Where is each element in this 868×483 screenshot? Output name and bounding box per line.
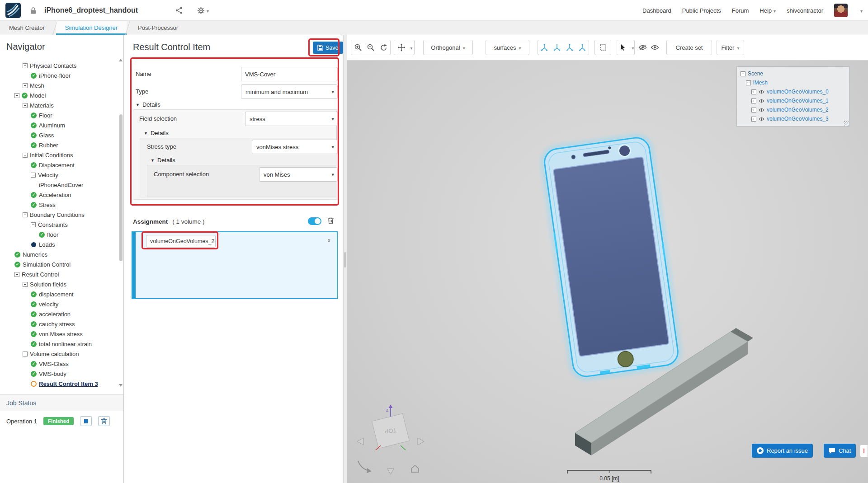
details-toggle-1[interactable]: ▼ Details bbox=[136, 101, 160, 108]
visibility-eye-icon[interactable] bbox=[759, 99, 764, 103]
tree-item[interactable]: VMS-body bbox=[0, 369, 117, 379]
type-select[interactable]: minimum and maximum bbox=[241, 84, 338, 99]
projection-select[interactable]: Orthogonal bbox=[423, 40, 473, 55]
collapse-icon[interactable] bbox=[746, 80, 751, 85]
collapse-icon[interactable] bbox=[14, 272, 19, 277]
collapse-icon[interactable] bbox=[23, 282, 28, 287]
scene-tree-mesh[interactable]: iMesh bbox=[737, 78, 849, 87]
assigned-volume-chip[interactable]: volumeOnGeoVolumes_2 bbox=[146, 235, 216, 248]
overlay-resize-handle[interactable] bbox=[844, 121, 849, 126]
assignment-toggle[interactable] bbox=[308, 217, 321, 225]
tree-item[interactable]: Physical Contacts bbox=[0, 61, 117, 70]
gizmo-face-label[interactable]: TOP bbox=[384, 427, 397, 435]
view-orientation-icon[interactable] bbox=[576, 41, 588, 54]
tree-item[interactable]: VMS-Glass bbox=[0, 359, 117, 369]
field-selection-select[interactable]: stress bbox=[245, 112, 338, 126]
collapse-icon[interactable] bbox=[31, 173, 36, 178]
app-logo[interactable] bbox=[5, 3, 21, 18]
collapse-icon[interactable] bbox=[23, 212, 28, 217]
zoom-out-icon[interactable] bbox=[365, 41, 377, 54]
collapse-icon[interactable] bbox=[14, 93, 19, 98]
rotate-left-arrow[interactable] bbox=[357, 438, 363, 445]
tab-post-processor[interactable]: Post-Processor bbox=[129, 21, 187, 35]
expand-icon[interactable] bbox=[751, 108, 756, 113]
tree-item[interactable]: Mesh bbox=[0, 80, 117, 90]
tree-item[interactable]: Constraints bbox=[0, 220, 117, 230]
visibility-eye-icon[interactable] bbox=[759, 90, 764, 94]
assignment-box[interactable]: volumeOnGeoVolumes_2 x bbox=[132, 231, 338, 299]
tree-item[interactable]: total nonlinear strain bbox=[0, 339, 117, 349]
scene-tree-volume[interactable]: volumeOnGeoVolumes_3 bbox=[737, 114, 849, 123]
tree-item[interactable]: acceleration bbox=[0, 309, 117, 319]
settings-gear-icon[interactable] bbox=[197, 6, 209, 14]
details-toggle-3[interactable]: ▼ Details bbox=[151, 157, 175, 164]
chevron-down-icon[interactable] bbox=[859, 7, 863, 14]
tree-item[interactable]: Glass bbox=[0, 130, 117, 140]
name-input[interactable] bbox=[241, 67, 338, 81]
view-orientation-icon[interactable] bbox=[564, 41, 576, 54]
pan-tool-button[interactable] bbox=[394, 40, 415, 55]
orientation-gizmo[interactable]: TOP z bbox=[357, 404, 424, 474]
hide-selected-icon[interactable] bbox=[638, 44, 647, 51]
resize-handle[interactable] bbox=[344, 252, 346, 267]
component-selection-select[interactable]: von Mises bbox=[259, 167, 338, 182]
scene-tree-volume[interactable]: volumeOnGeoVolumes_0 bbox=[737, 87, 849, 96]
create-set-button[interactable]: Create set bbox=[666, 40, 712, 55]
notification-badge[interactable]: ! bbox=[860, 445, 868, 457]
scroll-down-icon[interactable] bbox=[119, 384, 123, 387]
tree-item[interactable]: Velocity bbox=[0, 170, 117, 180]
collapse-icon[interactable] bbox=[741, 71, 745, 76]
tree-item[interactable]: iPhone-floor bbox=[0, 70, 117, 80]
visibility-eye-icon[interactable] bbox=[759, 117, 764, 121]
tree-item[interactable]: cauchy stress bbox=[0, 319, 117, 329]
tree-item[interactable]: Numerics bbox=[0, 249, 117, 259]
tree-item[interactable]: displacement bbox=[0, 289, 117, 299]
view-orientation-icon[interactable] bbox=[538, 41, 550, 54]
tree-item[interactable]: Result Control bbox=[0, 269, 117, 279]
refresh-view-icon[interactable] bbox=[377, 41, 389, 54]
collapse-icon[interactable] bbox=[23, 103, 28, 108]
tree-item[interactable]: Result Control Item 3 bbox=[0, 379, 117, 389]
zoom-in-icon[interactable] bbox=[352, 41, 364, 54]
tree-item[interactable]: floor bbox=[0, 230, 117, 239]
rotate-down-arrow[interactable] bbox=[387, 469, 394, 474]
tree-item[interactable]: Aluminum bbox=[0, 120, 117, 130]
panel-resize-divider[interactable] bbox=[343, 35, 347, 483]
stop-job-button[interactable] bbox=[80, 416, 92, 426]
scroll-up-icon[interactable] bbox=[119, 59, 123, 61]
user-avatar[interactable] bbox=[834, 4, 848, 17]
view-orientation-icon[interactable] bbox=[551, 41, 563, 54]
scene-tree-root[interactable]: Scene bbox=[737, 69, 849, 78]
tab-mesh-creator[interactable]: Mesh Creator bbox=[0, 21, 54, 35]
stress-type-select[interactable]: vonMises stress bbox=[252, 140, 338, 154]
tree-item[interactable]: Rubber bbox=[0, 140, 117, 150]
tree-item[interactable]: Floor bbox=[0, 110, 117, 120]
tree-item[interactable]: von Mises stress bbox=[0, 329, 117, 339]
render-mode-select[interactable]: surfaces bbox=[486, 40, 529, 55]
show-all-icon[interactable] bbox=[651, 44, 659, 51]
collapse-icon[interactable] bbox=[23, 63, 28, 68]
tree-item[interactable]: Solution fields bbox=[0, 279, 117, 289]
tree-item[interactable]: Volume calculation bbox=[0, 349, 117, 359]
tree-item[interactable]: Displacement bbox=[0, 160, 117, 170]
tree-item[interactable]: Materials bbox=[0, 100, 117, 110]
share-icon[interactable] bbox=[175, 7, 183, 14]
expand-icon[interactable] bbox=[23, 83, 28, 88]
username-link[interactable]: shivcontractor bbox=[787, 7, 823, 14]
box-select-button[interactable] bbox=[594, 40, 611, 55]
help-menu[interactable]: Help bbox=[760, 7, 776, 14]
save-button[interactable]: Save bbox=[313, 42, 343, 54]
rotate-right-arrow[interactable] bbox=[418, 438, 424, 445]
tree-item[interactable]: Stress bbox=[0, 200, 117, 210]
navigator-scrollbar[interactable] bbox=[119, 114, 123, 261]
expand-icon[interactable] bbox=[751, 117, 756, 122]
delete-job-button[interactable] bbox=[98, 416, 110, 426]
collapse-icon[interactable] bbox=[23, 352, 28, 356]
home-view-icon[interactable] bbox=[411, 465, 419, 472]
visibility-eye-icon[interactable] bbox=[759, 108, 764, 112]
remove-assignment-button[interactable]: x bbox=[328, 237, 331, 244]
tab-simulation-designer[interactable]: Simulation Designer bbox=[56, 21, 127, 35]
expand-icon[interactable] bbox=[751, 98, 756, 103]
tree-item[interactable]: Loads bbox=[0, 239, 117, 249]
collapse-icon[interactable] bbox=[23, 153, 28, 158]
